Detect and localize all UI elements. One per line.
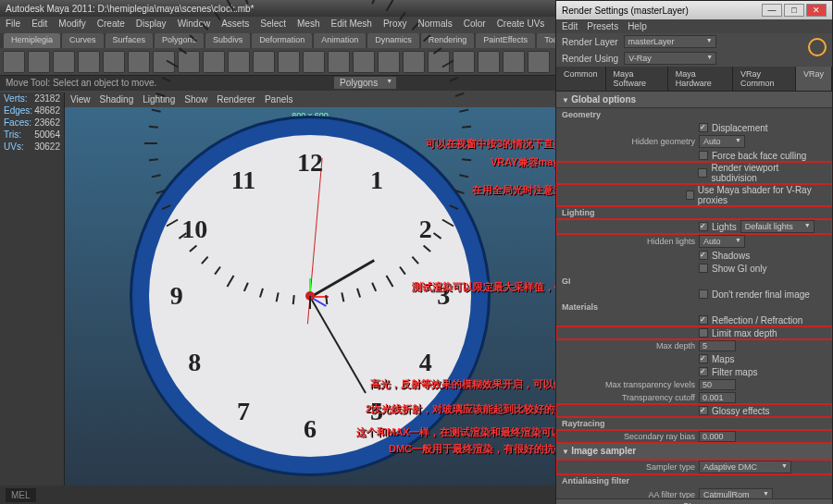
menu-color[interactable]: Color: [464, 18, 486, 31]
shelf-tab-dynamics[interactable]: Dynamics: [367, 33, 419, 48]
shelf-button-4[interactable]: [103, 51, 125, 73]
dont-render-checkbox[interactable]: [699, 289, 708, 299]
aa-filter-type-dropdown[interactable]: CatmullRom: [699, 488, 773, 498]
shelf-button-13[interactable]: [328, 51, 350, 73]
shelf-button-20[interactable]: [503, 51, 525, 73]
minimize-button[interactable]: —: [762, 4, 782, 17]
menu-edit[interactable]: Edit: [31, 18, 47, 31]
aa-filter-type-label: AA filter type: [584, 490, 695, 498]
close-panel-button[interactable]: Close: [556, 498, 832, 504]
lights-label: Lights: [712, 222, 737, 232]
shelf-button-8[interactable]: [203, 51, 225, 73]
hidden-lights-dropdown[interactable]: Auto: [699, 235, 745, 248]
shelf-tab-deformation[interactable]: Deformation: [252, 33, 312, 48]
shelf-button-12[interactable]: [303, 51, 325, 73]
panel-tab-vray-common[interactable]: VRay Common: [733, 67, 796, 91]
shelf-button-17[interactable]: [428, 51, 450, 73]
lights-dropdown[interactable]: Default lights: [740, 220, 814, 233]
panel-menu-help[interactable]: Help: [628, 21, 647, 31]
menu-mesh[interactable]: Mesh: [297, 18, 319, 31]
clock-number-7: 7: [237, 397, 250, 426]
panel-menu-presets[interactable]: Presets: [587, 21, 618, 31]
global-options-header[interactable]: Global options: [556, 92, 832, 108]
menu-modify[interactable]: Modify: [58, 18, 85, 31]
shelf-button-1[interactable]: [28, 51, 50, 73]
menu-create[interactable]: Create: [97, 18, 125, 31]
limit-max-depth-checkbox[interactable]: [699, 328, 708, 338]
shelf-button-5[interactable]: [128, 51, 150, 73]
menu-file[interactable]: File: [6, 18, 20, 31]
reflection-checkbox[interactable]: [699, 315, 708, 325]
shelf-tab-painteffects[interactable]: PaintEffects: [476, 33, 535, 48]
shelf-button-3[interactable]: [78, 51, 100, 73]
stat-row: Tris:50064: [0, 129, 64, 141]
modeling-mode-dropdown[interactable]: Polygons: [333, 76, 397, 90]
shelf-button-15[interactable]: [378, 51, 400, 73]
menu-select[interactable]: Select: [260, 18, 286, 31]
shelf-tab-subdivs[interactable]: Subdivs: [205, 33, 250, 48]
shelf-button-7[interactable]: [178, 51, 200, 73]
shelf-button-11[interactable]: [278, 51, 300, 73]
render-using-dropdown[interactable]: V-Ray: [624, 52, 716, 65]
panel-titlebar[interactable]: Render Settings (masterLayer) — □ ✕: [556, 1, 832, 19]
shadows-checkbox[interactable]: [699, 251, 708, 260]
shelf-tab-hemiplegia[interactable]: Hemiplegia: [4, 33, 60, 48]
sampler-type-dropdown[interactable]: Adaptive DMC: [699, 461, 791, 473]
viewport-menu-panels[interactable]: Panels: [265, 94, 293, 105]
shelf-button-14[interactable]: [353, 51, 375, 73]
clock-tick: [155, 190, 165, 194]
hidden-geometry-dropdown[interactable]: Auto: [699, 135, 745, 148]
render-layer-dropdown[interactable]: masterLayer: [624, 35, 716, 48]
viewport-menu-show[interactable]: Show: [184, 94, 207, 105]
displacement-checkbox[interactable]: [699, 123, 708, 132]
panel-tab-common[interactable]: Common: [556, 67, 606, 91]
shelf-button-0[interactable]: [3, 51, 25, 73]
close-button[interactable]: ✕: [806, 4, 827, 17]
shelf-tab-surfaces[interactable]: Surfaces: [106, 33, 154, 48]
shelf-button-16[interactable]: [403, 51, 425, 73]
force-back-face-checkbox[interactable]: [699, 151, 708, 160]
menu-create-uvs[interactable]: Create UVs: [497, 18, 545, 31]
panel-menu-edit[interactable]: Edit: [562, 21, 578, 31]
show-gi-checkbox[interactable]: [699, 264, 708, 273]
maximize-button[interactable]: □: [784, 4, 804, 17]
menu-proxy[interactable]: Proxy: [383, 18, 407, 31]
filter-maps-checkbox[interactable]: [699, 367, 708, 376]
lights-checkbox[interactable]: [699, 222, 708, 231]
viewport-menu-lighting[interactable]: Lighting: [143, 94, 175, 105]
sampler-type-label: Sampler type: [584, 462, 695, 472]
menu-assets[interactable]: Assets: [221, 18, 249, 31]
shelf-button-21[interactable]: [528, 51, 550, 73]
menu-edit-mesh[interactable]: Edit Mesh: [330, 18, 371, 31]
render-viewport-subdiv-checkbox[interactable]: [698, 168, 707, 178]
shelf-button-2[interactable]: [53, 51, 75, 73]
shelf-tab-curves[interactable]: Curves: [62, 33, 104, 48]
shelf-button-10[interactable]: [253, 51, 275, 73]
clock-model[interactable]: 121234567891011: [130, 116, 491, 476]
use-maya-shader-checkbox[interactable]: [686, 191, 694, 200]
panel-body: Global options Geometry Displacement Hid…: [556, 92, 832, 498]
clock-tick: [292, 295, 295, 304]
shelf-button-9[interactable]: [228, 51, 250, 73]
viewport-menu-shading[interactable]: Shading: [100, 94, 134, 105]
maps-checkbox[interactable]: [699, 354, 708, 363]
max-depth-field[interactable]: 5: [699, 340, 736, 351]
menu-display[interactable]: Display: [136, 18, 167, 31]
viewport-menu-view[interactable]: View: [70, 94, 91, 105]
max-transp-field[interactable]: 50: [699, 379, 736, 390]
viewport-menu-renderer[interactable]: Renderer: [217, 94, 255, 105]
shelf-button-19[interactable]: [478, 51, 500, 73]
maps-label: Maps: [712, 354, 734, 364]
panel-tab-maya-software[interactable]: Maya Software: [606, 67, 668, 91]
transp-cutoff-field[interactable]: 0.001: [699, 392, 736, 403]
menu-normals[interactable]: Normals: [418, 18, 453, 31]
panel-tab-vray[interactable]: VRay: [796, 67, 832, 91]
render-layer-label: Render Layer: [562, 37, 618, 47]
panel-tab-maya-hardware[interactable]: Maya Hardware: [668, 67, 733, 91]
shelf-tab-animation[interactable]: Animation: [314, 33, 366, 48]
glossy-effects-checkbox[interactable]: [699, 406, 708, 415]
clock-tick: [462, 126, 471, 129]
shelf-button-18[interactable]: [453, 51, 475, 73]
image-sampler-header[interactable]: Image sampler: [556, 443, 832, 460]
secondary-bias-field[interactable]: 0.000: [699, 431, 736, 442]
